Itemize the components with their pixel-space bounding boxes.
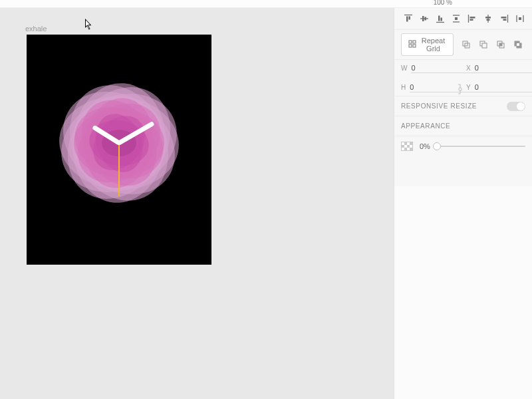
svg-rect-23: [422, 16, 424, 21]
repeat-grid-button[interactable]: Repeat Grid: [401, 33, 454, 56]
repeat-grid-label: Repeat Grid: [420, 37, 446, 53]
svg-rect-35: [485, 17, 491, 19]
height-field: H: [401, 82, 454, 92]
transparency-chip-icon: [401, 142, 413, 151]
alignment-row: [394, 8, 532, 30]
opacity-slider-thumb[interactable]: [433, 142, 441, 150]
svg-rect-39: [503, 19, 507, 21]
svg-rect-50: [482, 43, 487, 48]
horizontal-align-group: [465, 11, 527, 26]
x-label: X: [466, 65, 471, 72]
canvas-area[interactable]: exhale: [0, 8, 394, 399]
svg-rect-32: [470, 17, 475, 19]
artboard-label[interactable]: exhale: [25, 25, 47, 33]
zoom-level[interactable]: 100 %: [434, 0, 452, 6]
svg-rect-38: [501, 17, 507, 19]
mouse-cursor-icon: [85, 19, 93, 31]
opacity-slider-track: [437, 146, 525, 147]
appearance-label: APPEARANCE: [401, 122, 450, 130]
flower-clock-graphic[interactable]: [53, 76, 186, 209]
svg-rect-30: [455, 17, 458, 20]
svg-rect-44: [413, 41, 416, 43]
properties-panel: Repeat Grid W X H Y RESPONSIVE RESIZE: [394, 8, 532, 399]
opacity-value[interactable]: 0%: [420, 142, 430, 150]
svg-rect-45: [409, 45, 412, 47]
align-horizontal-middle-icon[interactable]: [481, 11, 495, 26]
boolean-union-icon[interactable]: [459, 37, 473, 52]
width-field: W: [401, 63, 454, 73]
lock-aspect-icon[interactable]: [457, 84, 464, 96]
align-vertical-middle-icon[interactable]: [417, 11, 432, 26]
svg-rect-24: [425, 17, 427, 21]
repeat-grid-row: Repeat Grid: [394, 30, 532, 60]
svg-rect-53: [499, 43, 502, 46]
svg-rect-42: [519, 17, 521, 20]
panel-empty-area: [394, 186, 532, 399]
transform-row: W X H Y: [394, 60, 532, 96]
svg-rect-26: [438, 16, 440, 21]
boolean-ops-group: [459, 37, 525, 52]
grid-icon: [408, 40, 416, 49]
svg-rect-33: [470, 19, 473, 21]
svg-rect-57: [459, 88, 462, 90]
responsive-resize-toggle[interactable]: [507, 102, 525, 111]
x-input[interactable]: [475, 63, 532, 73]
boolean-exclude-icon[interactable]: [511, 37, 525, 52]
align-bottom-icon[interactable]: [433, 11, 448, 26]
app-top-ribbon: 100 %: [0, 0, 532, 8]
svg-rect-56: [517, 43, 519, 46]
x-field: X: [466, 63, 519, 73]
height-label: H: [401, 84, 406, 91]
svg-rect-21: [409, 17, 411, 20]
width-label: W: [401, 65, 407, 72]
svg-rect-20: [406, 17, 408, 22]
y-input[interactable]: [475, 82, 532, 92]
align-left-icon[interactable]: [465, 11, 479, 26]
distribute-horizontal-icon[interactable]: [513, 11, 527, 26]
opacity-slider[interactable]: [437, 142, 525, 151]
appearance-header: APPEARANCE: [394, 116, 532, 136]
svg-rect-43: [409, 41, 412, 43]
artboard[interactable]: [27, 35, 211, 265]
svg-rect-27: [441, 18, 443, 21]
align-top-icon[interactable]: [401, 11, 416, 26]
svg-rect-15: [118, 143, 120, 196]
y-field: Y: [466, 82, 519, 92]
distribute-vertical-icon[interactable]: [449, 11, 464, 26]
y-label: Y: [466, 84, 471, 91]
align-right-icon[interactable]: [497, 11, 511, 26]
svg-point-18: [117, 141, 121, 145]
responsive-resize-header: RESPONSIVE RESIZE: [394, 96, 532, 116]
opacity-row: 0%: [394, 136, 532, 156]
boolean-subtract-icon[interactable]: [476, 37, 491, 52]
boolean-intersect-icon[interactable]: [493, 37, 508, 52]
responsive-resize-label: RESPONSIVE RESIZE: [401, 102, 477, 110]
svg-rect-46: [413, 45, 416, 47]
svg-rect-36: [487, 19, 490, 21]
vertical-align-group: [401, 11, 464, 26]
